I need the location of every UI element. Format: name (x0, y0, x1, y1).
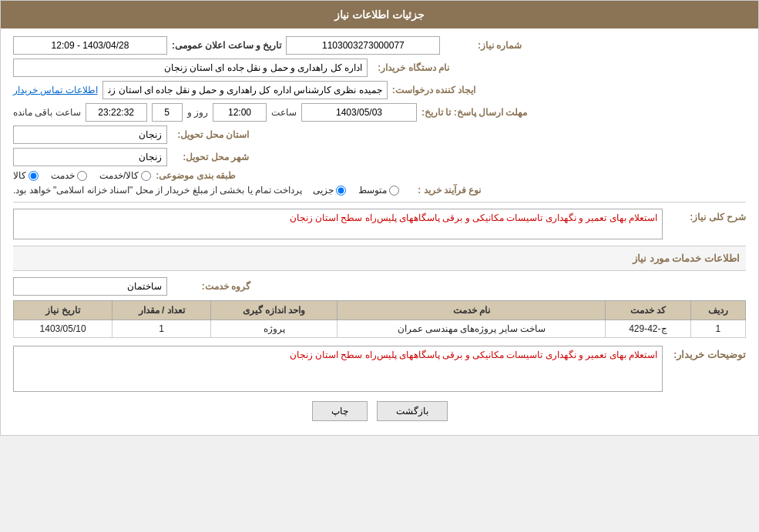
tabaghe-khedmat[interactable]: خدمت (51, 170, 87, 181)
row-shomare-tarikh: شماره نیاز: تاریخ و ساعت اعلان عمومی: (13, 36, 746, 55)
khadamat-header: اطلاعات خدمات مورد نیاز (13, 246, 746, 271)
tawzih-text: استعلام بهای تعمیر و نگهداری تاسیسات مکا… (290, 350, 657, 360)
sharh-koli-section: شرح کلی نیاز: استعلام بهای تعمیر و نگهدا… (13, 209, 746, 239)
kalaKhedmat-label: کالا/خدمت (99, 170, 139, 181)
shomareNiaz-label: شماره نیاز: (445, 40, 522, 51)
tabaghe-label: طبقه بندی موضوعی: (156, 170, 236, 181)
sharhKoli-box: استعلام بهای تعمیر و نگهداری تاسیسات مکا… (13, 209, 663, 239)
tabaghe-radio-group: کالا/خدمت خدمت کالا (13, 170, 151, 181)
kala-label: کالا (13, 170, 26, 181)
khedmat-label: خدمت (51, 170, 75, 181)
shomareNiaz-input[interactable] (286, 36, 440, 55)
mohlat-clock-input[interactable] (86, 103, 147, 122)
radio-khedmat[interactable] (77, 171, 87, 181)
farayand-desc: پرداخت تمام یا بخشی از مبلغ خریدار از مح… (13, 185, 302, 196)
row-namdastgah: نام دستگاه خریدار: (13, 59, 746, 77)
shahrTahvil-label: شهر محل تحویل: (172, 152, 249, 162)
tabaghe-kalaKhedmat[interactable]: کالا/خدمت (99, 170, 151, 181)
shahrTahvil-input[interactable] (13, 148, 167, 166)
roz-label: روز و (187, 107, 208, 118)
tawzih-label: توضیحات خریدار: (669, 346, 746, 360)
ostanTahvil-label: استان محل تحویل: (172, 129, 249, 140)
row-grohe: گروه خدمت: (13, 277, 746, 296)
row-noe-farayand: نوع فرآیند خرید : متوسط جزیی پرداخت تمام… (13, 185, 746, 196)
tarikh-label: تاریخ و ساعت اعلان عمومی: (172, 40, 281, 51)
noeFarayand-radio-group: متوسط جزیی (313, 185, 399, 196)
mohlat-date-input[interactable] (301, 103, 417, 122)
col-tarikh: تاریخ نیاز (14, 301, 113, 320)
tabaghe-kala[interactable]: کالا (13, 170, 39, 181)
sharhKoli-label: شرح کلی نیاز: (669, 209, 746, 223)
col-nam: نام خدمت (338, 301, 606, 320)
groheKhedmat-label: گروه خدمت: (173, 281, 250, 292)
radio-jazei[interactable] (336, 186, 346, 196)
back-button[interactable]: بازگشت (377, 401, 448, 421)
divider1 (13, 202, 746, 202)
mohlat-roz-input[interactable] (152, 103, 183, 122)
namDastgah-label: نام دستگاه خریدار: (372, 62, 449, 73)
ostanTahvil-input[interactable] (13, 125, 167, 144)
buttons-row: بازگشت چاپ (13, 401, 746, 421)
tawzih-box: استعلام بهای تعمیر و نگهداری تاسیسات مکا… (13, 346, 663, 392)
row-shahr: شهر محل تحویل: (13, 148, 746, 166)
row-tabaghe: طبقه بندی موضوعی: کالا/خدمت خدمت کالا (13, 170, 746, 181)
khadamat-table: ردیف کد خدمت نام خدمت واحد اندازه گیری ت… (13, 300, 746, 338)
radio-motawaset[interactable] (389, 186, 399, 196)
col-kod: کد خدمت (606, 301, 690, 320)
radio-kala[interactable] (29, 171, 39, 181)
header-title: جزئیات اطلاعات نیاز (334, 8, 425, 21)
motawaset-label: متوسط (358, 185, 387, 196)
jazei-label: جزیی (313, 185, 334, 196)
ijadKonande-label: ایجاد کننده درخواست: (392, 85, 476, 95)
namDastgah-input[interactable] (13, 59, 368, 77)
ettelaat-link[interactable]: اطلاعات تماس خریدار (13, 85, 98, 95)
tarikh-input[interactable] (13, 36, 167, 55)
farayand-motawaset[interactable]: متوسط (358, 185, 399, 196)
ijadKonande-input[interactable] (102, 81, 388, 99)
radio-kalaKhedmat[interactable] (141, 171, 151, 181)
print-button[interactable]: چاپ (312, 401, 368, 421)
farayand-jazei[interactable]: جزیی (313, 185, 346, 196)
row-ijad: ایجاد کننده درخواست: اطلاعات تماس خریدار (13, 81, 746, 99)
khadamat-table-wrapper: ردیف کد خدمت نام خدمت واحد اندازه گیری ت… (13, 300, 746, 338)
page-header: جزئیات اطلاعات نیاز (1, 1, 758, 28)
col-radif: ردیف (690, 301, 745, 320)
row-mohlat: مهلت ارسال پاسخ: تا تاریخ: ساعت روز و سا… (13, 103, 746, 122)
khadamat-header-text: اطلاعات خدمات مورد نیاز (633, 253, 740, 264)
saat-label: ساعت (271, 107, 297, 118)
col-tedad: تعداد / مقدار (113, 301, 211, 320)
col-vahed: واحد اندازه گیری (211, 301, 338, 320)
mohlat-saat-input[interactable] (213, 103, 267, 122)
row-ostan: استان محل تحویل: (13, 125, 746, 144)
table-row: 1ج-42-429ساخت سایر پروژه‌های مهندسی عمرا… (14, 320, 746, 338)
tawzih-section: توضیحات خریدار: استعلام بهای تعمیر و نگه… (13, 346, 746, 392)
bagi-label: ساعت باقی مانده (13, 107, 81, 118)
noeFarayand-label: نوع فرآیند خرید : (404, 185, 481, 196)
sharhKoli-text: استعلام بهای تعمیر و نگهداری تاسیسات مکا… (290, 212, 657, 223)
mohlat-label: مهلت ارسال پاسخ: تا تاریخ: (421, 107, 527, 118)
groheKhedmat-input[interactable] (13, 277, 167, 296)
